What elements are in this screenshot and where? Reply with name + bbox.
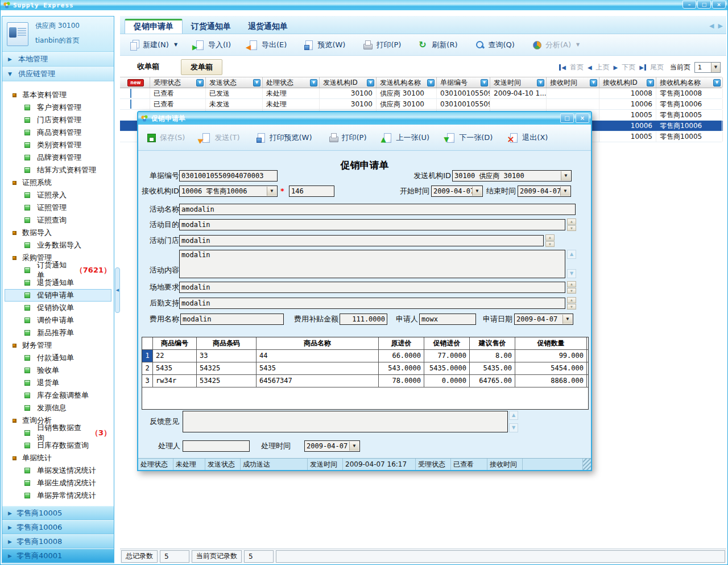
- dialog-toolbar-button-上一张(U)[interactable]: 上一张(U): [382, 133, 429, 143]
- sender-dropdown-icon[interactable]: ▼: [561, 171, 570, 180]
- sidebar-item-发票信息[interactable]: 发票信息: [5, 402, 111, 414]
- filter-icon[interactable]: ▼: [537, 79, 544, 86]
- filter-icon[interactable]: ▼: [713, 79, 721, 86]
- sidebar-item-客户资料管理[interactable]: 客户资料管理: [5, 101, 111, 114]
- tree-group[interactable]: 数据导入: [2, 226, 114, 239]
- start-time-select[interactable]: 2009-04-07▼: [431, 185, 483, 197]
- scroll-down-icon[interactable]: ▼: [567, 269, 576, 278]
- apply-date-dropdown-icon[interactable]: ▼: [562, 315, 572, 324]
- filter-icon[interactable]: ▼: [367, 79, 374, 86]
- items-cell[interactable]: 66.0000: [379, 350, 424, 362]
- prev-page-label[interactable]: 上页: [596, 63, 610, 72]
- spin-up-icon[interactable]: ▲: [567, 281, 576, 287]
- activity-name-input[interactable]: amodalin: [179, 204, 576, 215]
- sidebar-item-调价申请单[interactable]: 调价申请单: [5, 314, 111, 327]
- grid-column-header-发送机构ID[interactable]: 发送机构ID▼: [320, 77, 377, 88]
- current-page-dropdown-icon[interactable]: ▼: [711, 63, 720, 72]
- sidebar-item-订货通知单[interactable]: 订货通知单（7621）: [5, 264, 111, 277]
- grid-column-header-单据编号[interactable]: 单据编号▼: [437, 77, 490, 88]
- first-page-label[interactable]: 首页: [570, 63, 584, 72]
- fee-name-input[interactable]: modalin: [180, 314, 284, 325]
- handler-input[interactable]: [183, 440, 250, 452]
- toolbar-button-打印(P)[interactable]: 打印(P): [362, 40, 401, 50]
- sidebar-item-日销售数据查询[interactable]: 日销售数据查询（3）: [5, 427, 111, 439]
- spin-up-icon[interactable]: ▲: [567, 297, 576, 303]
- next-page-label[interactable]: 下页: [622, 63, 635, 72]
- items-cell[interactable]: 77.0000: [424, 350, 470, 362]
- sidebar-item-业务数据导入[interactable]: 业务数据导入: [5, 239, 111, 251]
- items-row[interactable]: 3rw34r534256456734778.00000.000064765.00…: [142, 375, 588, 387]
- scroll-up-icon[interactable]: ▲: [567, 250, 576, 259]
- items-cell[interactable]: 44: [257, 350, 379, 362]
- close-icon[interactable]: ×: [712, 1, 726, 9]
- dialog-close-icon[interactable]: ×: [576, 113, 589, 123]
- toolbar-button-新建(N)[interactable]: 新建(N)▼: [129, 40, 177, 50]
- sidebar-item-门店资料管理[interactable]: 门店资料管理: [5, 114, 111, 126]
- sender-select[interactable]: 30100 供应商 30100▼: [452, 170, 572, 182]
- toolbar-button-查询(Q)[interactable]: 查询(Q): [475, 40, 515, 50]
- logistics-support-input[interactable]: modalin: [179, 298, 565, 309]
- site-requirement-input[interactable]: modalin: [179, 282, 565, 293]
- grid-column-header-受理状态[interactable]: 受理状态▼: [150, 77, 206, 88]
- box-tab-发单箱[interactable]: 发单箱: [181, 59, 222, 75]
- sidebar-section-collapsed[interactable]: ▶本地管理: [2, 52, 114, 67]
- sidebar-item-单据异常情况统计[interactable]: 单据异常情况统计: [5, 489, 111, 502]
- doc-no-input[interactable]: 03010010550904070003: [179, 170, 278, 182]
- grid-column-header-处理状态[interactable]: 处理状态▼: [263, 77, 320, 88]
- sidebar-item-促销协议单[interactable]: 促销协议单: [5, 302, 111, 314]
- items-cell[interactable]: 543.0000: [379, 362, 424, 374]
- apply-date-select[interactable]: 2009-04-07▼: [514, 314, 573, 325]
- filter-icon[interactable]: ▼: [647, 79, 654, 86]
- spin-down-icon[interactable]: ▼: [567, 304, 576, 310]
- tab-scroll-right-icon[interactable]: ▶: [718, 22, 723, 30]
- scroll-down-icon[interactable]: ▼: [509, 423, 518, 432]
- sidebar-item-单据生成情况统计[interactable]: 单据生成情况统计: [5, 477, 111, 489]
- tree-group[interactable]: 财务管理: [2, 339, 114, 352]
- end-time-select[interactable]: 2009-04-07▼: [518, 185, 571, 197]
- items-cell[interactable]: 5435.0000: [424, 362, 470, 374]
- spin-down-icon[interactable]: ▼: [545, 241, 555, 248]
- activity-purpose-input[interactable]: modalin: [179, 219, 565, 230]
- filter-icon[interactable]: ▼: [196, 79, 204, 86]
- end-time-dropdown-icon[interactable]: ▼: [560, 187, 570, 196]
- current-page-select[interactable]: 1 ▼: [694, 62, 721, 73]
- spin-down-icon[interactable]: ▼: [567, 288, 576, 294]
- sidebar-item-退货单[interactable]: 退货单: [5, 377, 111, 389]
- tab-scroll-left-icon[interactable]: ◀: [709, 22, 714, 30]
- sidebar-item-品牌资料管理[interactable]: 品牌资料管理: [5, 151, 111, 164]
- chevron-down-icon[interactable]: ▼: [174, 42, 177, 47]
- tree-group[interactable]: 证照系统: [2, 176, 114, 189]
- grid-column-header-发送状态[interactable]: 发送状态▼: [206, 77, 263, 88]
- toolbar-button-导入(I)[interactable]: 导入(I): [195, 40, 231, 50]
- dialog-toolbar-button-下一张(D)[interactable]: 下一张(D): [445, 133, 493, 143]
- resize-grip-icon[interactable]: [583, 459, 591, 470]
- retailer-panel-零售商10006[interactable]: ▶零售商10006: [2, 520, 114, 534]
- applicant-input[interactable]: mowx: [419, 314, 476, 325]
- sidebar-collapse-handle[interactable]: ◀: [115, 267, 120, 313]
- last-page-icon[interactable]: ▶: [639, 64, 646, 71]
- prev-page-icon[interactable]: ◀: [588, 64, 592, 71]
- tab-订货通知单[interactable]: 订货通知单: [183, 19, 239, 34]
- items-cell[interactable]: 5454.000: [515, 362, 587, 374]
- sidebar-item-单据发送情况统计[interactable]: 单据发送情况统计: [5, 464, 111, 477]
- receiver-select[interactable]: 10006 零售商10006▼: [179, 185, 278, 197]
- retailer-panel-零售商10008[interactable]: ▶零售商10008: [2, 534, 114, 548]
- items-cell[interactable]: 8868.000: [515, 375, 587, 387]
- table-row[interactable]: 已查看已发送未处理30100供应商 30100030100105509...20…: [120, 88, 722, 99]
- next-page-icon[interactable]: ▶: [614, 64, 618, 71]
- sidebar-item-日库存数据查询[interactable]: 日库存数据查询: [5, 439, 111, 452]
- minimize-icon[interactable]: –: [682, 1, 696, 9]
- items-cell[interactable]: 64765.00: [470, 375, 515, 387]
- sidebar-item-验收单[interactable]: 验收单: [5, 364, 111, 377]
- grid-column-header-接收机构ID[interactable]: 接收机构ID▼: [599, 77, 656, 88]
- items-cell[interactable]: 53425: [197, 375, 257, 387]
- sidebar-item-证照管理[interactable]: 证照管理: [5, 201, 111, 214]
- filter-icon[interactable]: ▼: [481, 79, 488, 86]
- filter-icon[interactable]: ▼: [253, 79, 260, 86]
- toolbar-button-预览(W)[interactable]: 预览(W): [304, 40, 345, 50]
- sidebar-item-退货通知单[interactable]: 退货通知单: [5, 277, 111, 289]
- retailer-panel-零售商10005[interactable]: ▶零售商10005: [2, 506, 114, 520]
- dialog-maximize-icon[interactable]: □: [560, 113, 574, 123]
- filter-icon[interactable]: ▼: [590, 79, 597, 86]
- start-time-dropdown-icon[interactable]: ▼: [472, 187, 482, 196]
